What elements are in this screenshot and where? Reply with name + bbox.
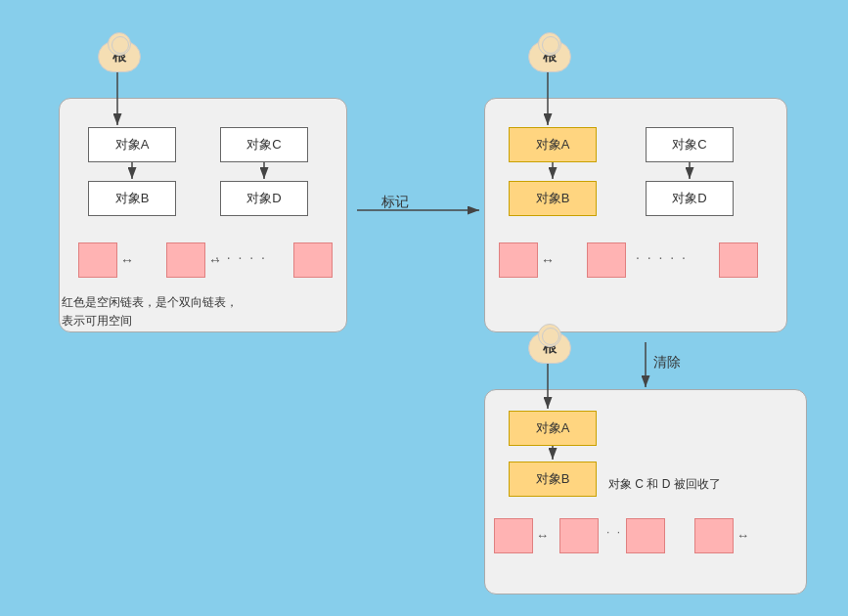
- free-box-br-1: [494, 518, 533, 553]
- obj-a-tr: 对象A: [509, 127, 597, 162]
- free-box-tr-2: [587, 242, 626, 278]
- arrow-br-1: ↔: [536, 528, 549, 543]
- free-box-tr-1: [499, 242, 538, 278]
- label-mark: 标记: [381, 194, 409, 211]
- arrow-br-2: ↔: [736, 528, 749, 543]
- note-br: 对象 C 和 D 被回收了: [608, 476, 721, 493]
- obj-b-tr: 对象B: [509, 181, 597, 216]
- obj-c-tl: 对象C: [220, 127, 308, 162]
- note-tl: 红色是空闲链表，是个双向链表，表示可用空间: [62, 293, 238, 330]
- cloud-root-br: 根: [528, 332, 571, 364]
- cloud-root-tl: 根: [98, 41, 141, 72]
- arrow-tr-1: ↔: [541, 252, 555, 268]
- obj-b-br: 对象B: [509, 462, 597, 497]
- free-box-br-4: [694, 518, 734, 553]
- obj-d-tl: 对象D: [220, 181, 308, 216]
- free-box-tl-2: [166, 242, 205, 278]
- obj-a-br: 对象A: [509, 411, 597, 446]
- obj-d-tr: 对象D: [646, 181, 734, 216]
- free-box-tl-3: [293, 242, 333, 278]
- free-box-tl-1: [78, 242, 117, 278]
- obj-c-tr: 对象C: [646, 127, 734, 162]
- free-box-br-3: [626, 518, 665, 553]
- free-box-tr-3: [719, 242, 758, 278]
- obj-b-tl: 对象B: [88, 181, 176, 216]
- obj-a-tl: 对象A: [88, 127, 176, 162]
- dots-tr: · · · · ·: [636, 249, 688, 265]
- arrow-tl-2: ↔: [208, 252, 222, 268]
- label-clear: 清除: [653, 354, 681, 372]
- dots-tl: · · · · ·: [215, 249, 267, 265]
- cloud-root-tr: 根: [528, 41, 571, 72]
- free-box-br-2: [559, 518, 599, 553]
- dots-br: · ·: [606, 525, 622, 539]
- arrow-tl-1: ↔: [120, 252, 134, 268]
